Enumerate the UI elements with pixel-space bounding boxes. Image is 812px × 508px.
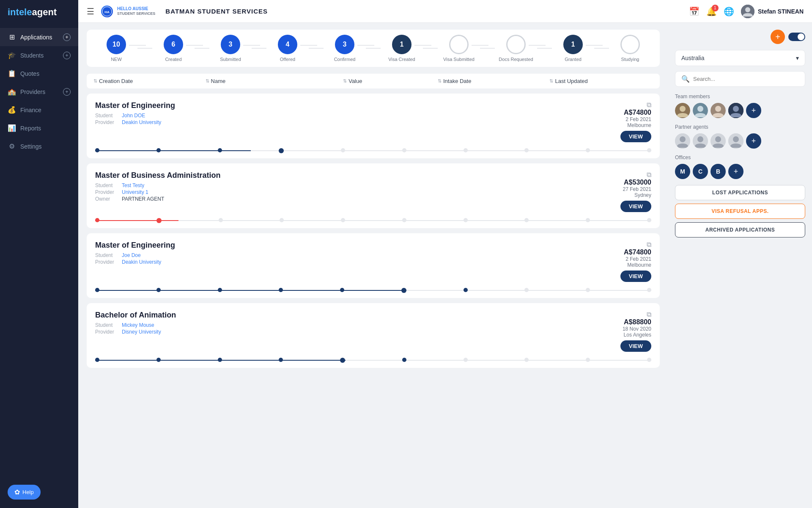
status-submitted[interactable]: 3 Submitted: [209, 35, 252, 62]
app-title: Bachelor of Animation: [95, 311, 176, 320]
add-office-button[interactable]: +: [728, 164, 743, 179]
app-meta-student-row: Student Test Testy: [95, 182, 220, 188]
status-label-visa-submitted: Visa Submitted: [443, 57, 475, 62]
progress-dot: [402, 148, 406, 152]
sort-icon: ⇅: [93, 78, 97, 84]
view-button[interactable]: VIEW: [620, 271, 651, 282]
col-name[interactable]: ⇅ Name: [206, 78, 335, 84]
user-name: Stefan STINEAN: [758, 8, 804, 15]
sidebar-item-students[interactable]: 🎓 Students +: [0, 46, 78, 64]
notifications-icon[interactable]: 🔔 1: [706, 6, 717, 17]
visa-refusal-button[interactable]: VISA REFUSAL APPS.: [675, 204, 805, 219]
team-member-avatar[interactable]: [728, 103, 743, 118]
status-studying[interactable]: Studying: [609, 35, 651, 62]
sort-icon: ⇅: [206, 78, 209, 84]
progress-dot: [464, 218, 468, 222]
student-name[interactable]: Joe Doe: [122, 252, 141, 258]
partner-agent-avatar[interactable]: [710, 133, 726, 149]
app-card-header: Bachelor of Animation Student Mickey Mou…: [95, 311, 651, 352]
partner-agent-avatar[interactable]: [693, 133, 708, 149]
student-name[interactable]: John DOE: [122, 113, 145, 119]
progress-dots: [95, 358, 651, 363]
topbar-title: BATMAN STUDENT SERVICES: [165, 8, 268, 15]
app-value: A$53000: [623, 179, 651, 186]
provider-label: Provider: [95, 189, 118, 195]
svg-point-13: [680, 136, 686, 142]
col-last-updated[interactable]: ⇅ Last Updated: [549, 78, 653, 84]
progress-dot: [156, 218, 162, 223]
menu-icon[interactable]: ☰: [87, 6, 94, 17]
action-buttons: LOST APPLICATIONS VISA REFUSAL APPS. ARC…: [675, 185, 805, 237]
provider-name[interactable]: Deakin University: [122, 259, 161, 265]
status-circle-confirmed: 3: [335, 35, 354, 54]
col-value[interactable]: ⇅ Value: [343, 78, 429, 84]
app-title: Master of Business Administration: [95, 171, 220, 180]
sidebar-item-quotes[interactable]: 📋 Quotes: [0, 64, 78, 83]
team-member-avatar[interactable]: [710, 103, 726, 118]
globe-icon[interactable]: 🌐: [724, 6, 734, 17]
progress-dot: [156, 358, 161, 362]
provider-name[interactable]: University 1: [122, 189, 148, 195]
applications-icon: ⊞: [8, 33, 16, 41]
help-button[interactable]: ✿ Help: [8, 485, 41, 500]
app-title: Master of Engineering: [95, 101, 175, 110]
status-docs-requested[interactable]: Docs Requested: [495, 35, 537, 62]
view-button[interactable]: VIEW: [620, 201, 651, 212]
applications-plus-icon[interactable]: +: [63, 33, 71, 41]
office-badge-c[interactable]: C: [693, 164, 708, 179]
sidebar: inteleagent ⊞ Applications + 🎓 Students …: [0, 0, 78, 508]
team-member-avatar[interactable]: [675, 103, 690, 118]
app-value-info: A$74800 2 Feb 2021 Melbourne: [624, 109, 651, 128]
view-button[interactable]: VIEW: [620, 340, 651, 352]
svg-point-5: [680, 106, 686, 112]
app-meta-student-row: Student John DOE: [95, 113, 175, 119]
col-intake-date[interactable]: ⇅ Intake Date: [438, 78, 541, 84]
country-selector[interactable]: Australia ▾: [675, 50, 805, 66]
app-meta: Student Joe Doe Provider Deakin Universi…: [95, 252, 175, 265]
status-offered[interactable]: 4 Offered: [266, 35, 309, 62]
progress-dot: [95, 218, 99, 222]
sidebar-item-providers[interactable]: 🏫 Providers +: [0, 83, 78, 101]
status-visa-created[interactable]: 1 Visa Created: [381, 35, 423, 62]
calendar-icon[interactable]: 📅: [689, 6, 700, 17]
add-team-member-button[interactable]: +: [746, 103, 761, 118]
students-plus-icon[interactable]: +: [63, 52, 71, 59]
archived-applications-button[interactable]: ARCHIVED APPLICATIONS: [675, 222, 805, 237]
lost-applications-button[interactable]: LOST APPLICATIONS: [675, 185, 805, 200]
search-input[interactable]: [693, 76, 799, 82]
team-members-label: Team members: [675, 94, 805, 99]
office-badge-b[interactable]: B: [710, 164, 726, 179]
sidebar-item-finance[interactable]: 💰 Finance: [0, 101, 78, 119]
sidebar-item-settings[interactable]: ⚙ Settings: [0, 137, 78, 155]
copy-icon[interactable]: ⧉: [647, 101, 651, 109]
table-header: ⇅ Creation Date ⇅ Name ⇅ Value ⇅ Intake …: [87, 74, 660, 88]
status-granted[interactable]: 1 Granted: [552, 35, 594, 62]
student-name[interactable]: Mickey Mouse: [122, 322, 154, 328]
partner-agent-avatar[interactable]: [675, 133, 690, 149]
filter-toggle-switch[interactable]: [788, 33, 805, 41]
copy-icon[interactable]: ⧉: [647, 241, 651, 248]
status-visa-submitted[interactable]: Visa Submitted: [438, 35, 480, 62]
status-created[interactable]: 6 Created: [152, 35, 195, 62]
user-info[interactable]: Stefan STINEAN: [741, 5, 804, 18]
team-member-avatar[interactable]: [693, 103, 708, 118]
svg-point-11: [733, 106, 739, 112]
svg-point-9: [715, 106, 721, 112]
partner-agent-avatar[interactable]: [728, 133, 743, 149]
col-creation-date[interactable]: ⇅ Creation Date: [93, 78, 197, 84]
view-button[interactable]: VIEW: [620, 131, 651, 142]
copy-icon[interactable]: ⧉: [647, 171, 651, 179]
content-area: 10 NEW 6 Created 3 Submitted 4 Offered: [78, 23, 812, 508]
provider-name[interactable]: Deakin University: [122, 119, 161, 125]
add-partner-agent-button[interactable]: +: [746, 133, 761, 149]
sidebar-item-reports[interactable]: 📊 Reports: [0, 119, 78, 137]
add-filter-button[interactable]: +: [771, 30, 785, 44]
sidebar-item-applications[interactable]: ⊞ Applications +: [0, 28, 78, 46]
copy-icon[interactable]: ⧉: [647, 311, 651, 318]
status-confirmed[interactable]: 3 Confirmed: [324, 35, 366, 62]
student-name[interactable]: Test Testy: [122, 182, 144, 188]
providers-plus-icon[interactable]: +: [63, 88, 71, 96]
status-new[interactable]: 10 NEW: [95, 35, 137, 62]
office-badge-m[interactable]: M: [675, 164, 690, 179]
provider-name[interactable]: Disney University: [122, 329, 161, 335]
